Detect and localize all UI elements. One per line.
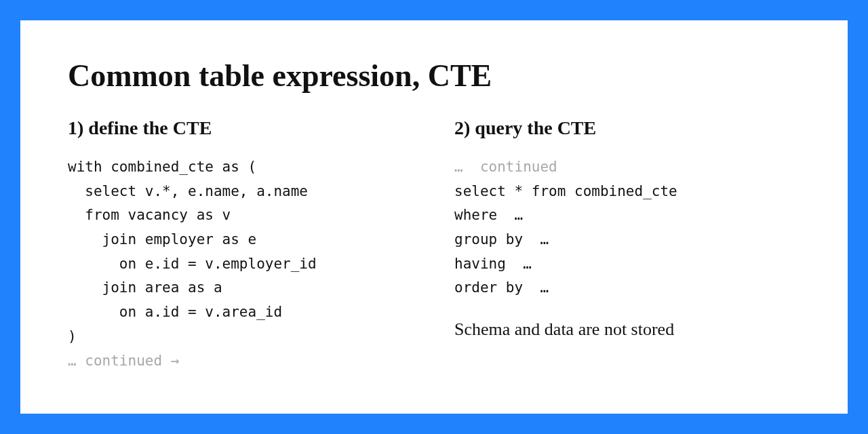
code-line: join area as a bbox=[68, 279, 222, 296]
left-code-block: with combined_cte as ( select v.*, e.nam… bbox=[68, 155, 414, 373]
slide-card: Common table expression, CTE 1) define t… bbox=[20, 20, 848, 414]
left-heading: 1) define the CTE bbox=[68, 117, 414, 139]
continued-marker: … continued bbox=[454, 159, 557, 175]
note-text: Schema and data are not stored bbox=[454, 319, 800, 340]
code-line: where … bbox=[454, 207, 523, 223]
continued-marker: … continued → bbox=[68, 353, 179, 369]
slide-title: Common table expression, CTE bbox=[68, 58, 800, 94]
code-line: on e.id = v.employer_id bbox=[68, 256, 317, 272]
right-column: 2) query the CTE … continued select * fr… bbox=[454, 117, 800, 373]
right-heading: 2) query the CTE bbox=[454, 117, 800, 139]
right-code-block: … continued select * from combined_cte w… bbox=[454, 155, 800, 300]
continued-text: continued → bbox=[85, 353, 179, 369]
continued-text: continued bbox=[480, 159, 557, 175]
ellipsis: … bbox=[68, 353, 85, 369]
code-line: order by … bbox=[454, 279, 549, 296]
code-line: select v.*, e.name, a.name bbox=[68, 183, 308, 199]
code-line: select * from combined_cte bbox=[454, 183, 677, 199]
left-column: 1) define the CTE with combined_cte as (… bbox=[68, 117, 414, 373]
code-line: having … bbox=[454, 256, 532, 272]
code-line: ) bbox=[68, 328, 77, 344]
code-line: join employer as e bbox=[68, 231, 256, 248]
code-line: group by … bbox=[454, 231, 549, 248]
code-line: on a.id = v.area_id bbox=[68, 304, 282, 320]
ellipsis: … bbox=[454, 159, 480, 175]
columns-container: 1) define the CTE with combined_cte as (… bbox=[68, 117, 800, 373]
code-line: from vacancy as v bbox=[68, 207, 231, 223]
code-line: with combined_cte as ( bbox=[68, 159, 256, 175]
